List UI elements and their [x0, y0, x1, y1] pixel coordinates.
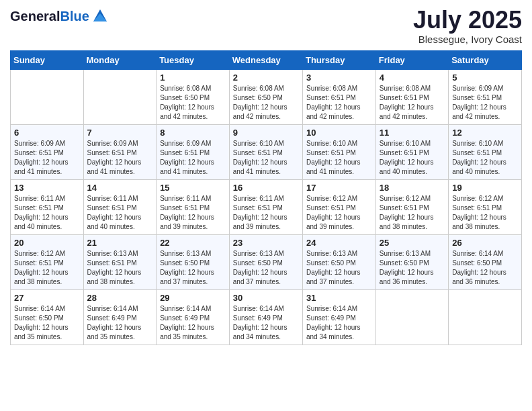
calendar-cell — [11, 69, 84, 124]
calendar-cell: 29Sunrise: 6:14 AMSunset: 6:49 PMDayligh… — [157, 289, 230, 345]
calendar-cell: 3Sunrise: 6:08 AMSunset: 6:51 PMDaylight… — [302, 69, 375, 124]
page-container: GeneralBlue July 2025 Blessegue, Ivory C… — [0, 0, 532, 355]
calendar-cell: 4Sunrise: 6:08 AMSunset: 6:51 PMDaylight… — [375, 69, 448, 124]
logo-icon — [91, 7, 109, 26]
day-info: Sunrise: 6:12 AMSunset: 6:51 PMDaylight:… — [306, 194, 372, 232]
day-number: 4 — [380, 73, 445, 83]
day-info: Sunrise: 6:12 AMSunset: 6:51 PMDaylight:… — [14, 249, 80, 287]
day-number: 29 — [160, 293, 226, 303]
day-info: Sunrise: 6:14 AMSunset: 6:49 PMDaylight:… — [233, 304, 299, 342]
calendar-cell: 9Sunrise: 6:10 AMSunset: 6:51 PMDaylight… — [229, 124, 302, 179]
calendar-cell: 28Sunrise: 6:14 AMSunset: 6:49 PMDayligh… — [83, 289, 157, 345]
calendar-cell: 7Sunrise: 6:09 AMSunset: 6:51 PMDaylight… — [83, 124, 157, 179]
day-info: Sunrise: 6:09 AMSunset: 6:51 PMDaylight:… — [14, 139, 80, 177]
calendar-cell: 5Sunrise: 6:09 AMSunset: 6:51 PMDaylight… — [449, 69, 522, 124]
calendar-cell: 8Sunrise: 6:09 AMSunset: 6:51 PMDaylight… — [157, 124, 230, 179]
day-info: Sunrise: 6:08 AMSunset: 6:50 PMDaylight:… — [233, 84, 299, 122]
day-info: Sunrise: 6:11 AMSunset: 6:51 PMDaylight:… — [87, 194, 153, 232]
day-number: 1 — [160, 73, 226, 83]
calendar-cell: 17Sunrise: 6:12 AMSunset: 6:51 PMDayligh… — [302, 179, 375, 234]
day-info: Sunrise: 6:12 AMSunset: 6:51 PMDaylight:… — [380, 194, 445, 232]
day-info: Sunrise: 6:11 AMSunset: 6:51 PMDaylight:… — [233, 194, 299, 232]
day-number: 15 — [160, 183, 226, 193]
logo: GeneralBlue — [10, 7, 109, 26]
day-number: 25 — [380, 238, 445, 248]
day-number: 22 — [160, 238, 226, 248]
day-info: Sunrise: 6:13 AMSunset: 6:50 PMDaylight:… — [380, 249, 445, 287]
calendar-header-row: SundayMondayTuesdayWednesdayThursdayFrid… — [11, 50, 522, 69]
svg-marker-1 — [93, 13, 107, 21]
calendar-day-header: Friday — [375, 50, 448, 69]
day-number: 26 — [452, 238, 518, 248]
header: GeneralBlue July 2025 Blessegue, Ivory C… — [10, 7, 522, 45]
day-number: 8 — [160, 128, 226, 138]
day-info: Sunrise: 6:11 AMSunset: 6:51 PMDaylight:… — [14, 194, 80, 232]
calendar-week-row: 27Sunrise: 6:14 AMSunset: 6:50 PMDayligh… — [11, 289, 522, 345]
day-number: 14 — [87, 183, 153, 193]
calendar-cell: 21Sunrise: 6:13 AMSunset: 6:51 PMDayligh… — [83, 234, 157, 289]
calendar-cell: 14Sunrise: 6:11 AMSunset: 6:51 PMDayligh… — [83, 179, 157, 234]
day-info: Sunrise: 6:10 AMSunset: 6:51 PMDaylight:… — [452, 139, 518, 177]
day-number: 5 — [452, 73, 518, 83]
calendar-day-header: Tuesday — [157, 50, 230, 69]
calendar-cell: 27Sunrise: 6:14 AMSunset: 6:50 PMDayligh… — [11, 289, 84, 345]
day-info: Sunrise: 6:09 AMSunset: 6:51 PMDaylight:… — [87, 139, 153, 177]
day-info: Sunrise: 6:14 AMSunset: 6:49 PMDaylight:… — [306, 304, 372, 342]
title-block: July 2025 Blessegue, Ivory Coast — [413, 7, 522, 45]
location: Blessegue, Ivory Coast — [413, 34, 522, 45]
calendar-cell: 20Sunrise: 6:12 AMSunset: 6:51 PMDayligh… — [11, 234, 84, 289]
calendar-cell: 31Sunrise: 6:14 AMSunset: 6:49 PMDayligh… — [302, 289, 375, 345]
calendar-week-row: 20Sunrise: 6:12 AMSunset: 6:51 PMDayligh… — [11, 234, 522, 289]
day-number: 28 — [87, 293, 153, 303]
day-number: 17 — [306, 183, 372, 193]
day-number: 24 — [306, 238, 372, 248]
day-info: Sunrise: 6:10 AMSunset: 6:51 PMDaylight:… — [306, 139, 372, 177]
day-info: Sunrise: 6:14 AMSunset: 6:49 PMDaylight:… — [87, 304, 153, 342]
calendar-cell: 11Sunrise: 6:10 AMSunset: 6:51 PMDayligh… — [375, 124, 448, 179]
calendar-cell: 16Sunrise: 6:11 AMSunset: 6:51 PMDayligh… — [229, 179, 302, 234]
day-number: 30 — [233, 293, 299, 303]
month-title: July 2025 — [413, 7, 522, 34]
calendar-cell: 12Sunrise: 6:10 AMSunset: 6:51 PMDayligh… — [449, 124, 522, 179]
calendar-cell: 24Sunrise: 6:13 AMSunset: 6:50 PMDayligh… — [302, 234, 375, 289]
day-number: 2 — [233, 73, 299, 83]
calendar-table: SundayMondayTuesdayWednesdayThursdayFrid… — [10, 50, 522, 345]
day-info: Sunrise: 6:08 AMSunset: 6:50 PMDaylight:… — [160, 84, 226, 122]
day-info: Sunrise: 6:14 AMSunset: 6:50 PMDaylight:… — [14, 304, 80, 342]
calendar-cell: 2Sunrise: 6:08 AMSunset: 6:50 PMDaylight… — [229, 69, 302, 124]
day-info: Sunrise: 6:10 AMSunset: 6:51 PMDaylight:… — [380, 139, 445, 177]
day-number: 19 — [452, 183, 518, 193]
day-number: 6 — [14, 128, 80, 138]
calendar-day-header: Thursday — [302, 50, 375, 69]
day-number: 10 — [306, 128, 372, 138]
logo-general: GeneralBlue — [10, 9, 89, 24]
calendar-week-row: 6Sunrise: 6:09 AMSunset: 6:51 PMDaylight… — [11, 124, 522, 179]
day-info: Sunrise: 6:14 AMSunset: 6:49 PMDaylight:… — [160, 304, 226, 342]
calendar-cell — [449, 289, 522, 345]
calendar-cell: 18Sunrise: 6:12 AMSunset: 6:51 PMDayligh… — [375, 179, 448, 234]
day-number: 11 — [380, 128, 445, 138]
day-info: Sunrise: 6:11 AMSunset: 6:51 PMDaylight:… — [160, 194, 226, 232]
day-number: 27 — [14, 293, 80, 303]
day-info: Sunrise: 6:13 AMSunset: 6:50 PMDaylight:… — [160, 249, 226, 287]
day-info: Sunrise: 6:14 AMSunset: 6:50 PMDaylight:… — [452, 249, 518, 287]
day-info: Sunrise: 6:08 AMSunset: 6:51 PMDaylight:… — [306, 84, 372, 122]
day-info: Sunrise: 6:08 AMSunset: 6:51 PMDaylight:… — [380, 84, 445, 122]
calendar-cell: 13Sunrise: 6:11 AMSunset: 6:51 PMDayligh… — [11, 179, 84, 234]
calendar-week-row: 1Sunrise: 6:08 AMSunset: 6:50 PMDaylight… — [11, 69, 522, 124]
day-info: Sunrise: 6:12 AMSunset: 6:51 PMDaylight:… — [452, 194, 518, 232]
calendar-cell: 22Sunrise: 6:13 AMSunset: 6:50 PMDayligh… — [157, 234, 230, 289]
day-number: 18 — [380, 183, 445, 193]
day-number: 13 — [14, 183, 80, 193]
day-info: Sunrise: 6:13 AMSunset: 6:50 PMDaylight:… — [233, 249, 299, 287]
day-number: 7 — [87, 128, 153, 138]
day-info: Sunrise: 6:09 AMSunset: 6:51 PMDaylight:… — [160, 139, 226, 177]
calendar-cell: 1Sunrise: 6:08 AMSunset: 6:50 PMDaylight… — [157, 69, 230, 124]
calendar-cell: 30Sunrise: 6:14 AMSunset: 6:49 PMDayligh… — [229, 289, 302, 345]
day-number: 20 — [14, 238, 80, 248]
day-info: Sunrise: 6:13 AMSunset: 6:51 PMDaylight:… — [87, 249, 153, 287]
calendar-day-header: Wednesday — [229, 50, 302, 69]
day-number: 31 — [306, 293, 372, 303]
calendar-week-row: 13Sunrise: 6:11 AMSunset: 6:51 PMDayligh… — [11, 179, 522, 234]
calendar-cell: 25Sunrise: 6:13 AMSunset: 6:50 PMDayligh… — [375, 234, 448, 289]
